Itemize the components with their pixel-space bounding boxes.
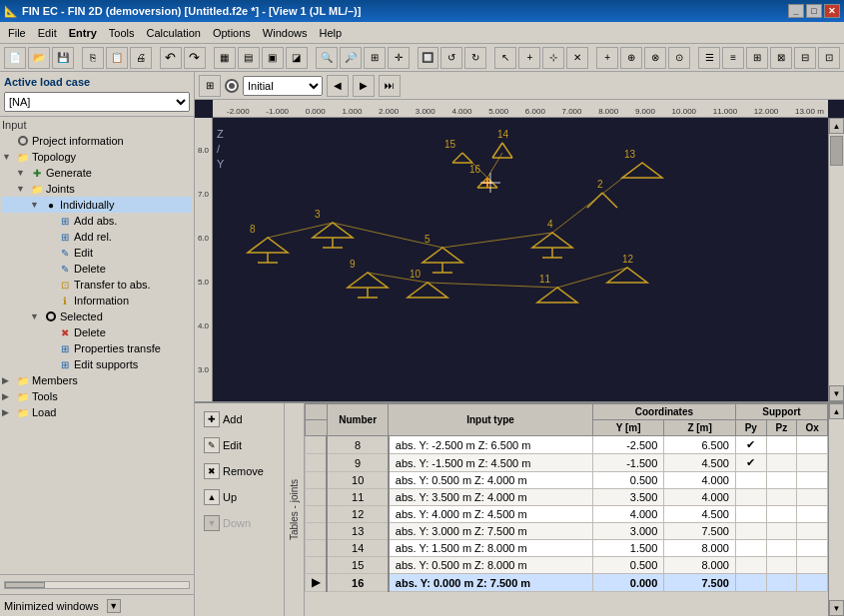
view-home-button[interactable]: ⏭ bbox=[379, 75, 401, 97]
tb14[interactable]: ⊞ bbox=[746, 47, 768, 69]
tree-project-info[interactable]: Project information bbox=[2, 133, 192, 149]
move-tool[interactable]: ✛ bbox=[388, 47, 410, 69]
next-view-button[interactable]: ▶ bbox=[353, 75, 375, 97]
menu-tools[interactable]: Tools bbox=[103, 25, 141, 41]
h-scrollbar[interactable] bbox=[4, 581, 190, 589]
scroll-down[interactable]: ▼ bbox=[829, 385, 844, 401]
menu-options[interactable]: Options bbox=[207, 25, 257, 41]
tree-members[interactable]: ▶ 📁 Members bbox=[2, 372, 192, 388]
tree-load[interactable]: ▶ 📁 Load bbox=[2, 404, 192, 420]
minimize-button[interactable]: _ bbox=[788, 4, 804, 18]
menu-help[interactable]: Help bbox=[313, 25, 348, 41]
tree-tools[interactable]: ▶ 📁 Tools bbox=[2, 388, 192, 404]
tb3[interactable]: ▣ bbox=[262, 47, 284, 69]
tree-prop-transfer[interactable]: ⊞ Properties transfe bbox=[2, 340, 192, 356]
radio-initial[interactable] bbox=[225, 79, 239, 93]
save-button[interactable]: 💾 bbox=[52, 47, 74, 69]
tree-selected[interactable]: ▼ Selected bbox=[2, 308, 192, 324]
menu-calculation[interactable]: Calculation bbox=[141, 25, 207, 41]
tree-edit[interactable]: ✎ Edit bbox=[2, 245, 192, 261]
scroll-thumb-v[interactable] bbox=[830, 136, 843, 166]
row-y: -1.500 bbox=[592, 454, 664, 472]
svg-text:15: 15 bbox=[444, 139, 456, 150]
tb12[interactable]: ☰ bbox=[698, 47, 720, 69]
view3d[interactable]: 🔲 bbox=[418, 47, 439, 69]
view-mode-select[interactable]: Initial bbox=[243, 76, 323, 96]
toggle-icon: ▼ bbox=[16, 168, 30, 178]
circle-icon bbox=[16, 134, 30, 148]
tb10[interactable]: ⊗ bbox=[644, 47, 666, 69]
load-case-select[interactable]: [NA] bbox=[4, 92, 190, 112]
tb2[interactable]: ▤ bbox=[238, 47, 260, 69]
edit-action-button[interactable]: ✎ Edit bbox=[199, 433, 280, 457]
canvas-area[interactable]: -2.000 -1.000 0.000 1.000 2.000 3.000 4.… bbox=[195, 100, 844, 401]
minimize-collapse-button[interactable]: ▼ bbox=[107, 599, 121, 613]
tree-edit-supports[interactable]: ⊞ Edit supports bbox=[2, 356, 192, 372]
table-vscrollbar[interactable]: ▲ ▼ bbox=[828, 403, 844, 616]
tb4[interactable]: ◪ bbox=[286, 47, 308, 69]
view-type-icon[interactable]: ⊞ bbox=[199, 75, 221, 97]
canvas-vscrollbar[interactable]: ▲ ▼ bbox=[828, 118, 844, 401]
menu-edit[interactable]: Edit bbox=[32, 25, 63, 41]
undo-button[interactable]: ↶ bbox=[160, 47, 182, 69]
tree-add-abs[interactable]: ⊞ Add abs. bbox=[2, 213, 192, 229]
rotate-left[interactable]: ↺ bbox=[440, 47, 462, 69]
menu-file[interactable]: File bbox=[2, 25, 32, 41]
data-table[interactable]: Number Input type Coordinates Support Y … bbox=[305, 403, 828, 616]
new-button[interactable]: 📄 bbox=[4, 47, 26, 69]
tree-add-rel[interactable]: ⊞ Add rel. bbox=[2, 229, 192, 245]
tb5[interactable]: + bbox=[518, 47, 540, 69]
tb9[interactable]: ⊕ bbox=[620, 47, 642, 69]
tree-information[interactable]: ℹ Information bbox=[2, 293, 192, 308]
expand-icon: ▶ bbox=[2, 407, 16, 417]
restore-button[interactable]: □ bbox=[806, 4, 822, 18]
row-input: abs. Y: 1.500 m Z: 8.000 m bbox=[389, 540, 592, 557]
tree-topology[interactable]: ▼ 📁 Topology bbox=[2, 149, 192, 165]
tb16[interactable]: ⊟ bbox=[794, 47, 816, 69]
tb6[interactable]: ⊹ bbox=[542, 47, 564, 69]
scroll-up[interactable]: ▲ bbox=[829, 118, 844, 134]
tree-joints[interactable]: ▼ 📁 Joints bbox=[2, 181, 192, 197]
tb1[interactable]: ▦ bbox=[214, 47, 236, 69]
tree-individually[interactable]: ▼ ● Individually bbox=[2, 197, 192, 213]
tb11[interactable]: ⊙ bbox=[668, 47, 690, 69]
row-input: abs. Y: -1.500 m Z: 4.500 m bbox=[389, 454, 592, 472]
paste-button[interactable]: 📋 bbox=[106, 47, 128, 69]
menu-entry[interactable]: Entry bbox=[63, 25, 103, 41]
menu-windows[interactable]: Windows bbox=[257, 25, 314, 41]
tb8[interactable]: + bbox=[596, 47, 618, 69]
print-button[interactable]: 🖨 bbox=[130, 47, 152, 69]
zoom-fit[interactable]: ⊞ bbox=[364, 47, 386, 69]
tb13[interactable]: ≡ bbox=[722, 47, 744, 69]
tree-delete1[interactable]: ✎ Delete bbox=[2, 261, 192, 277]
table-scroll-up[interactable]: ▲ bbox=[829, 403, 844, 419]
row-ox bbox=[797, 523, 828, 540]
scroll-thumb[interactable] bbox=[5, 582, 45, 588]
view-toolbar: ⊞ Initial ◀ ▶ ⏭ bbox=[195, 72, 844, 100]
tree-transfer[interactable]: ⊡ Transfer to abs. bbox=[2, 277, 192, 293]
select-tool[interactable]: ↖ bbox=[494, 47, 516, 69]
row-ox bbox=[797, 574, 828, 592]
row-number: 10 bbox=[327, 472, 388, 489]
add-action-button[interactable]: ✚ Add bbox=[199, 407, 280, 431]
tb7[interactable]: ✕ bbox=[566, 47, 588, 69]
tree-generate[interactable]: ▼ ✚ Generate bbox=[2, 165, 192, 181]
redo-button[interactable]: ↷ bbox=[184, 47, 206, 69]
open-button[interactable]: 📂 bbox=[28, 47, 50, 69]
svg-text:3: 3 bbox=[315, 209, 321, 220]
up-action-button[interactable]: ▲ Up bbox=[199, 485, 280, 509]
rotate-right[interactable]: ↻ bbox=[464, 47, 486, 69]
close-button[interactable]: ✕ bbox=[824, 4, 840, 18]
remove-action-button[interactable]: ✖ Remove bbox=[199, 459, 280, 483]
table-scroll-down[interactable]: ▼ bbox=[829, 600, 844, 616]
zoom-plus[interactable]: 🔎 bbox=[340, 47, 362, 69]
canvas-background: Z / Y 8 bbox=[213, 118, 828, 401]
zoom-minus[interactable]: 🔍 bbox=[316, 47, 338, 69]
prev-view-button[interactable]: ◀ bbox=[327, 75, 349, 97]
copy-button[interactable]: ⎘ bbox=[82, 47, 104, 69]
down-action-button[interactable]: ▼ Down bbox=[199, 511, 280, 535]
tb17[interactable]: ⊡ bbox=[818, 47, 840, 69]
tree-delete2[interactable]: ✖ Delete bbox=[2, 324, 192, 340]
tb15[interactable]: ⊠ bbox=[770, 47, 792, 69]
members-icon: 📁 bbox=[16, 373, 30, 387]
